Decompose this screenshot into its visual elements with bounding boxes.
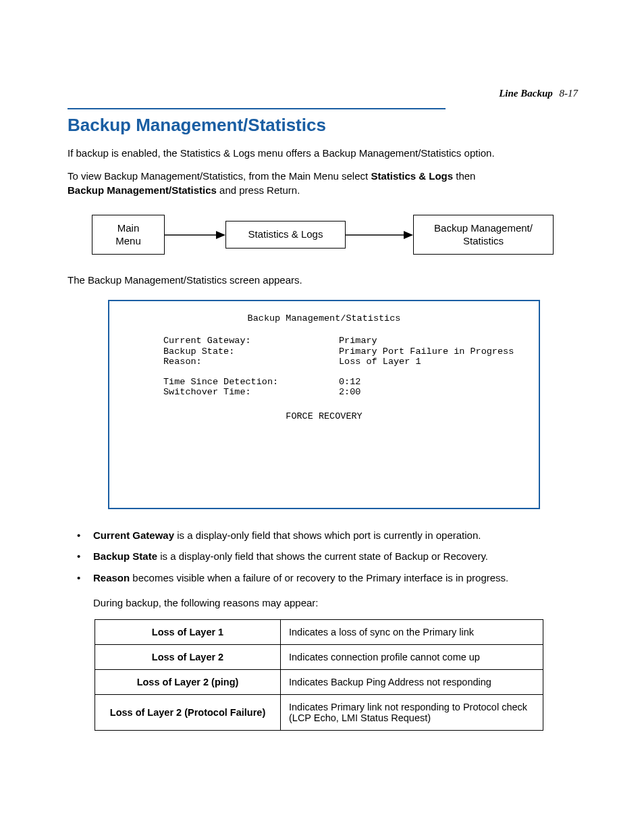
flow-box-main-menu: Main Menu [92,215,165,255]
bullet-list: Current Gateway is a display-only field … [68,528,578,585]
arrow-icon [346,228,413,242]
reason-desc: Indicates Backup Ping Address not respon… [281,669,543,694]
table-row: Loss of Layer 2 Indicates connection pro… [95,644,543,669]
page: Line Backup 8-17 Backup Management/Stati… [0,0,644,834]
field-value: Loss of Layer 1 [339,357,421,367]
reason-desc: Indicates Primary link not responding to… [281,694,543,730]
terminal-row: Current Gateway: Primary [163,336,525,346]
svg-marker-3 [404,231,413,239]
reason-name: Loss of Layer 2 [95,644,281,669]
field-value: Primary Port Failure in Progress [339,346,514,357]
list-item: Reason becomes visible when a failure of… [68,571,578,585]
table-row: Loss of Layer 1 Indicates a loss of sync… [95,619,543,644]
menu-path-1: Statistics & Logs [371,170,453,182]
text: Main [117,222,140,234]
screen-appears-text: The Backup Management/Statistics screen … [68,273,578,287]
svg-marker-1 [216,231,225,239]
text: Backup Management/ [434,222,533,234]
text: To view Backup Management/Statistics, fr… [68,170,371,182]
flow-box-stats-logs: Statistics & Logs [225,221,346,249]
field-value: Primary [339,336,377,346]
text: then [453,170,475,182]
reason-desc: Indicates connection profile cannot come… [281,644,543,669]
intro-paragraph-1: If backup is enabled, the Statistics & L… [68,147,578,160]
text: Statistics & Logs [248,228,323,240]
terminal-title: Backup Management/Statistics [123,313,525,324]
terminal-row: Backup State: Primary Port Failure in Pr… [163,346,525,357]
reason-name: Loss of Layer 2 (ping) [95,669,281,694]
field-label: Time Since Detection: [163,377,339,388]
title-rule [68,108,446,109]
intro-paragraph-2: To view Backup Management/Statistics, fr… [68,170,578,197]
field-label: Backup State: [163,346,339,357]
running-header: Line Backup 8-17 [499,88,578,99]
terminal-screen: Backup Management/Statistics Current Gat… [108,300,540,509]
text: is a display-only field that shows which… [174,529,481,541]
table-row: Loss of Layer 2 (Protocol Failure) Indic… [95,694,543,730]
table-row: Loss of Layer 2 (ping) Indicates Backup … [95,669,543,694]
field-value: 2:00 [339,387,360,398]
reasons-intro: During backup, the following reasons may… [93,596,578,610]
text: and press Return. [217,184,300,196]
field-label: Current Gateway: [163,336,339,346]
text: Menu [115,235,141,246]
reason-name: Loss of Layer 2 (Protocol Failure) [95,694,281,730]
flow-box-backup-mgmt: Backup Management/ Statistics [413,215,554,255]
reasons-table: Loss of Layer 1 Indicates a loss of sync… [95,619,543,731]
terminal-action: FORCE RECOVERY [123,411,525,422]
list-item: Current Gateway is a display-only field … [68,528,578,543]
menu-path-2: Backup Management/Statistics [68,184,217,196]
term: Backup State [93,550,157,562]
terminal-row: Reason: Loss of Layer 1 [163,357,525,367]
term: Reason [93,572,130,583]
terminal-row: Time Since Detection: 0:12 [163,377,525,388]
reason-name: Loss of Layer 1 [95,619,281,644]
navigation-flow-diagram: Main Menu Statistics & Logs Backup Manag… [68,215,578,255]
section-name: Line Backup [499,88,553,99]
text: is a display-only field that shows the c… [157,550,488,562]
terminal-row: Switchover Time: 2:00 [163,387,525,398]
text: becomes visible when a failure of or rec… [130,572,508,583]
arrow-icon [165,228,225,242]
field-value: 0:12 [339,377,360,388]
reason-desc: Indicates a loss of sync on the Primary … [281,619,543,644]
page-number: 8-17 [560,88,579,99]
list-item: Backup State is a display-only field tha… [68,549,578,564]
page-title: Backup Management/Statistics [68,115,578,136]
term: Current Gateway [93,529,174,541]
field-label: Reason: [163,357,339,367]
field-label: Switchover Time: [163,387,339,398]
text: Statistics [463,235,504,246]
